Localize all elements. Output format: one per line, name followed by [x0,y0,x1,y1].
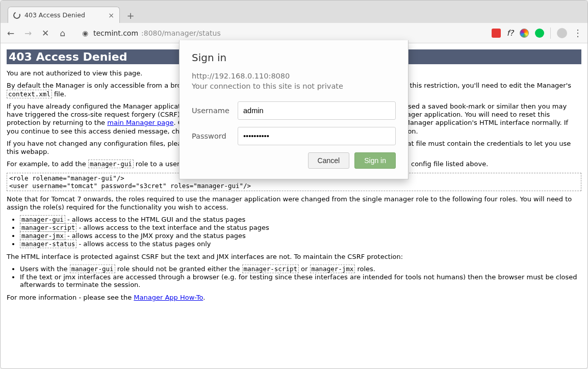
browser-tab[interactable]: 403 Access Denied × [8,7,120,23]
url-path: :8080/manager/status [141,29,221,37]
code-role: manager-status [20,240,76,248]
code-role: manager-jmx [310,265,355,273]
dialog-title: Sign in [192,51,396,64]
code-role: manager-jmx [20,231,65,240]
url-host: tecmint.com [93,29,138,37]
tab-title: 403 Access Denied [24,11,104,19]
code-role: manager-gui [20,215,65,224]
flipboard-extension-icon[interactable] [492,29,501,38]
cancel-button[interactable]: Cancel [308,152,350,169]
link-main-manager-page[interactable]: main Manager page [107,119,173,126]
paragraph-note-tomcat7: Note that for Tomcat 7 onwards, the role… [7,195,581,212]
list-item: manager-jmx - allows access to the JMX p… [20,232,581,240]
link-manager-howto[interactable]: Manager App How-To [134,294,203,301]
nav-back-icon[interactable]: ← [6,28,16,38]
text: - allows access to the JMX proxy and the… [65,232,246,240]
text: If the text or jmx interfaces are access… [20,273,577,288]
text: - allows access to the text interface an… [76,224,269,231]
list-item: manager-status - allows access to the st… [20,240,581,248]
omnibox[interactable]: ◉ tecmint.com:8080/manager/status [75,26,484,40]
nav-forward-icon[interactable]: → [23,28,33,38]
http-auth-dialog: Sign in http://192.168.0.110:8080 Your c… [179,40,408,179]
text: Users with the [20,265,70,273]
text: file. [52,90,66,98]
browser-menu-icon[interactable]: ⋮ [573,28,582,38]
dialog-warning: Your connection to this site is not priv… [192,82,396,90]
color-extension-icon[interactable] [520,29,529,38]
nav-stop-icon[interactable]: ✕ [40,28,50,38]
text: or [299,265,310,273]
list-item: Users with the manager-gui role should n… [20,265,581,273]
new-tab-button[interactable]: + [124,9,137,22]
nav-home-icon[interactable]: ⌂ [58,28,68,38]
text: For more information - please see the [7,294,134,301]
code-role: manager-script [20,223,76,232]
list-item: manager-gui - allows access to the HTML … [20,216,581,223]
tab-close-icon[interactable]: × [108,11,114,19]
notes-list: Users with the manager-gui role should n… [20,265,581,288]
text: - allows access to the HTML GUI and the … [65,216,245,223]
code-role: manager-script [242,265,299,273]
list-item: manager-script - allows access to the te… [20,224,581,231]
paragraph-more-info: For more information - please see the Ma… [7,294,581,302]
text: . [203,294,205,301]
code-role: manager-gui [70,265,115,273]
roles-list: manager-gui - allows access to the HTML … [20,216,581,248]
username-label: Username [192,107,238,115]
profile-avatar-icon[interactable] [557,28,567,38]
font-extension-icon[interactable]: f? [507,29,514,38]
text: - allows access to the status pages only [76,240,211,248]
loading-spinner-icon [12,11,21,20]
list-item: If the text or jmx interfaces are access… [20,273,581,288]
text: roles. [355,265,375,273]
signin-button[interactable]: Sign in [354,152,396,169]
code-context-xml: context.xml [7,90,52,98]
extension-icons: f? ⋮ [492,28,582,39]
password-label: Password [192,132,238,140]
password-field[interactable] [238,127,396,145]
site-info-icon[interactable]: ◉ [80,29,90,37]
toolbar-separator [550,28,551,39]
code-role-gui: manager-gui [88,160,134,168]
tab-strip: 403 Access Denied × + [1,1,587,23]
grammarly-extension-icon[interactable] [535,29,544,38]
dialog-origin: http://192.168.0.110:8080 [192,72,396,80]
text: For example, to add the [7,160,88,168]
username-field[interactable] [238,101,396,120]
text: role should not be granted either the [115,265,242,273]
paragraph-csrf-note: The HTML interface is protected against … [7,253,581,261]
